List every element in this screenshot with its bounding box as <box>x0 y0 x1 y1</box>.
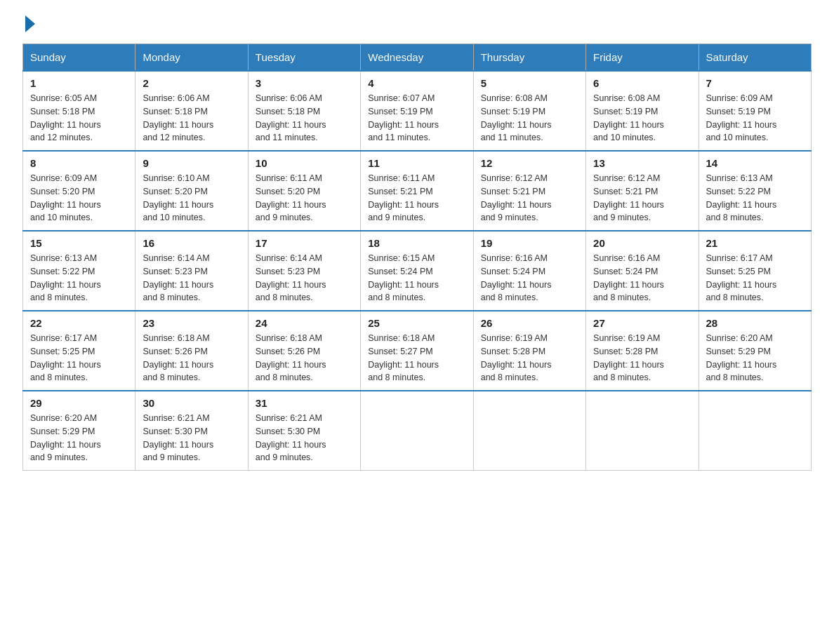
logo <box>22 17 35 32</box>
day-number: 22 <box>30 317 128 329</box>
day-info: Sunrise: 6:09 AMSunset: 5:20 PMDaylight:… <box>30 172 128 224</box>
day-number: 3 <box>256 77 353 89</box>
calendar-week-row-5: 29Sunrise: 6:20 AMSunset: 5:29 PMDayligh… <box>23 391 812 471</box>
calendar-cell: 17Sunrise: 6:14 AMSunset: 5:23 PMDayligh… <box>248 231 360 311</box>
day-number: 21 <box>706 237 804 249</box>
day-number: 13 <box>593 157 691 169</box>
calendar-week-row-2: 8Sunrise: 6:09 AMSunset: 5:20 PMDaylight… <box>23 151 812 231</box>
calendar-week-row-1: 1Sunrise: 6:05 AMSunset: 5:18 PMDaylight… <box>23 71 812 151</box>
calendar-cell: 14Sunrise: 6:13 AMSunset: 5:22 PMDayligh… <box>699 151 811 231</box>
calendar-table: SundayMondayTuesdayWednesdayThursdayFrid… <box>22 43 812 471</box>
day-info: Sunrise: 6:12 AMSunset: 5:21 PMDaylight:… <box>593 172 691 224</box>
calendar-header-thursday: Thursday <box>473 44 585 72</box>
day-info: Sunrise: 6:20 AMSunset: 5:29 PMDaylight:… <box>706 332 804 384</box>
day-number: 4 <box>368 77 465 89</box>
calendar-cell: 18Sunrise: 6:15 AMSunset: 5:24 PMDayligh… <box>361 231 473 311</box>
calendar-cell: 29Sunrise: 6:20 AMSunset: 5:29 PMDayligh… <box>23 391 135 471</box>
calendar-cell: 7Sunrise: 6:09 AMSunset: 5:19 PMDaylight… <box>699 71 811 151</box>
day-info: Sunrise: 6:11 AMSunset: 5:21 PMDaylight:… <box>368 172 465 224</box>
day-info: Sunrise: 6:10 AMSunset: 5:20 PMDaylight:… <box>143 172 240 224</box>
day-number: 27 <box>593 317 691 329</box>
calendar-cell <box>473 391 585 471</box>
day-number: 23 <box>143 317 240 329</box>
calendar-week-row-4: 22Sunrise: 6:17 AMSunset: 5:25 PMDayligh… <box>23 311 812 391</box>
calendar-cell: 4Sunrise: 6:07 AMSunset: 5:19 PMDaylight… <box>361 71 473 151</box>
calendar-cell: 6Sunrise: 6:08 AMSunset: 5:19 PMDaylight… <box>586 71 699 151</box>
day-info: Sunrise: 6:21 AMSunset: 5:30 PMDaylight:… <box>256 412 353 464</box>
page-header <box>22 17 812 32</box>
day-info: Sunrise: 6:18 AMSunset: 5:26 PMDaylight:… <box>256 332 353 384</box>
day-info: Sunrise: 6:16 AMSunset: 5:24 PMDaylight:… <box>481 252 578 304</box>
day-info: Sunrise: 6:17 AMSunset: 5:25 PMDaylight:… <box>706 252 804 304</box>
day-number: 20 <box>593 237 691 249</box>
calendar-cell <box>361 391 473 471</box>
day-info: Sunrise: 6:15 AMSunset: 5:24 PMDaylight:… <box>368 252 465 304</box>
day-number: 18 <box>368 237 465 249</box>
day-number: 15 <box>30 237 128 249</box>
day-number: 12 <box>481 157 578 169</box>
day-number: 11 <box>368 157 465 169</box>
calendar-header-saturday: Saturday <box>699 44 811 72</box>
calendar-cell: 31Sunrise: 6:21 AMSunset: 5:30 PMDayligh… <box>248 391 360 471</box>
calendar-cell <box>699 391 811 471</box>
day-info: Sunrise: 6:06 AMSunset: 5:18 PMDaylight:… <box>143 92 240 145</box>
day-number: 30 <box>143 397 240 409</box>
calendar-cell: 11Sunrise: 6:11 AMSunset: 5:21 PMDayligh… <box>361 151 473 231</box>
calendar-cell: 16Sunrise: 6:14 AMSunset: 5:23 PMDayligh… <box>135 231 248 311</box>
calendar-header-wednesday: Wednesday <box>361 44 473 72</box>
day-info: Sunrise: 6:20 AMSunset: 5:29 PMDaylight:… <box>30 412 128 464</box>
day-info: Sunrise: 6:14 AMSunset: 5:23 PMDaylight:… <box>143 252 240 304</box>
day-info: Sunrise: 6:18 AMSunset: 5:26 PMDaylight:… <box>143 332 240 384</box>
day-number: 24 <box>256 317 353 329</box>
logo-arrow-icon <box>25 15 35 32</box>
day-info: Sunrise: 6:05 AMSunset: 5:18 PMDaylight:… <box>30 92 128 145</box>
day-info: Sunrise: 6:12 AMSunset: 5:21 PMDaylight:… <box>481 172 578 224</box>
day-number: 2 <box>143 77 240 89</box>
day-info: Sunrise: 6:16 AMSunset: 5:24 PMDaylight:… <box>593 252 691 304</box>
day-number: 7 <box>706 77 804 89</box>
calendar-cell: 13Sunrise: 6:12 AMSunset: 5:21 PMDayligh… <box>586 151 699 231</box>
calendar-cell: 27Sunrise: 6:19 AMSunset: 5:28 PMDayligh… <box>586 311 699 391</box>
day-number: 1 <box>30 77 128 89</box>
calendar-cell: 19Sunrise: 6:16 AMSunset: 5:24 PMDayligh… <box>473 231 585 311</box>
calendar-cell: 24Sunrise: 6:18 AMSunset: 5:26 PMDayligh… <box>248 311 360 391</box>
day-info: Sunrise: 6:08 AMSunset: 5:19 PMDaylight:… <box>481 92 578 145</box>
calendar-cell: 21Sunrise: 6:17 AMSunset: 5:25 PMDayligh… <box>699 231 811 311</box>
calendar-header-sunday: Sunday <box>23 44 135 72</box>
calendar-cell: 26Sunrise: 6:19 AMSunset: 5:28 PMDayligh… <box>473 311 585 391</box>
calendar-cell: 1Sunrise: 6:05 AMSunset: 5:18 PMDaylight… <box>23 71 135 151</box>
day-number: 26 <box>481 317 578 329</box>
calendar-cell: 23Sunrise: 6:18 AMSunset: 5:26 PMDayligh… <box>135 311 248 391</box>
day-number: 19 <box>481 237 578 249</box>
calendar-cell: 9Sunrise: 6:10 AMSunset: 5:20 PMDaylight… <box>135 151 248 231</box>
day-number: 28 <box>706 317 804 329</box>
calendar-cell: 5Sunrise: 6:08 AMSunset: 5:19 PMDaylight… <box>473 71 585 151</box>
calendar-cell: 28Sunrise: 6:20 AMSunset: 5:29 PMDayligh… <box>699 311 811 391</box>
day-info: Sunrise: 6:18 AMSunset: 5:27 PMDaylight:… <box>368 332 465 384</box>
day-info: Sunrise: 6:13 AMSunset: 5:22 PMDaylight:… <box>706 172 804 224</box>
day-info: Sunrise: 6:17 AMSunset: 5:25 PMDaylight:… <box>30 332 128 384</box>
calendar-cell: 3Sunrise: 6:06 AMSunset: 5:18 PMDaylight… <box>248 71 360 151</box>
calendar-cell: 12Sunrise: 6:12 AMSunset: 5:21 PMDayligh… <box>473 151 585 231</box>
day-number: 6 <box>593 77 691 89</box>
calendar-cell: 2Sunrise: 6:06 AMSunset: 5:18 PMDaylight… <box>135 71 248 151</box>
day-info: Sunrise: 6:11 AMSunset: 5:20 PMDaylight:… <box>256 172 353 224</box>
day-number: 10 <box>256 157 353 169</box>
calendar-cell: 8Sunrise: 6:09 AMSunset: 5:20 PMDaylight… <box>23 151 135 231</box>
day-info: Sunrise: 6:09 AMSunset: 5:19 PMDaylight:… <box>706 92 804 145</box>
day-info: Sunrise: 6:14 AMSunset: 5:23 PMDaylight:… <box>256 252 353 304</box>
calendar-week-row-3: 15Sunrise: 6:13 AMSunset: 5:22 PMDayligh… <box>23 231 812 311</box>
day-info: Sunrise: 6:06 AMSunset: 5:18 PMDaylight:… <box>256 92 353 145</box>
day-number: 8 <box>30 157 128 169</box>
calendar-header-monday: Monday <box>135 44 248 72</box>
calendar-cell <box>586 391 699 471</box>
day-number: 9 <box>143 157 240 169</box>
calendar-cell: 22Sunrise: 6:17 AMSunset: 5:25 PMDayligh… <box>23 311 135 391</box>
day-number: 14 <box>706 157 804 169</box>
calendar-header-row: SundayMondayTuesdayWednesdayThursdayFrid… <box>23 44 812 72</box>
calendar-header-friday: Friday <box>586 44 699 72</box>
day-number: 16 <box>143 237 240 249</box>
day-info: Sunrise: 6:19 AMSunset: 5:28 PMDaylight:… <box>481 332 578 384</box>
day-info: Sunrise: 6:08 AMSunset: 5:19 PMDaylight:… <box>593 92 691 145</box>
day-number: 31 <box>256 397 353 409</box>
